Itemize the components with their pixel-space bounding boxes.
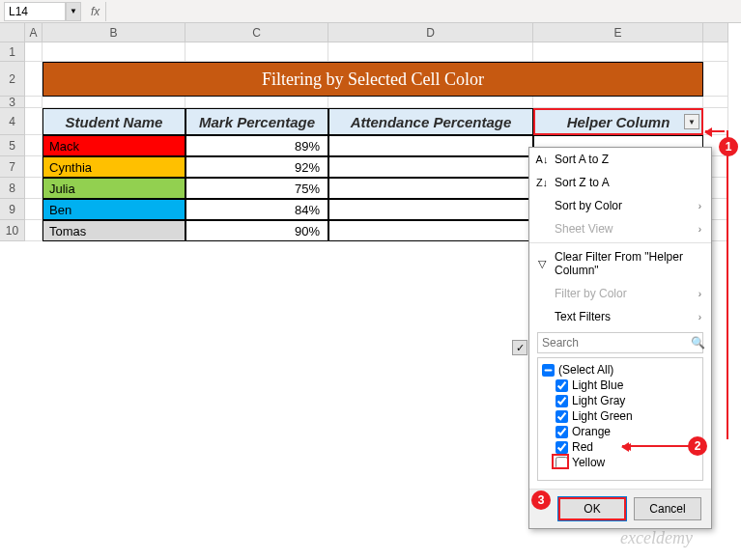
callout-2: 2 — [688, 436, 707, 456]
cell[interactable] — [25, 42, 43, 62]
row-header[interactable]: 9 — [0, 199, 25, 220]
cell-name[interactable]: Mack — [43, 135, 185, 156]
formula-bar: L14 ▼ fx — [0, 0, 741, 23]
cell[interactable] — [43, 42, 185, 62]
clear-filter-icon: ▽ — [535, 258, 549, 270]
cell[interactable] — [25, 220, 43, 241]
col-header-a[interactable]: A — [25, 23, 43, 42]
cell[interactable] — [25, 178, 43, 199]
cell[interactable] — [25, 108, 43, 135]
cell[interactable] — [533, 97, 703, 108]
filter-item-light-blue[interactable]: Light Blue — [542, 378, 698, 393]
clear-filter[interactable]: ▽Clear Filter From "Helper Column" — [529, 245, 711, 282]
sort-za[interactable]: Z↓Sort Z to A — [529, 171, 711, 194]
name-box-dropdown[interactable]: ▼ — [66, 2, 81, 21]
checkbox[interactable] — [556, 410, 568, 423]
row-header[interactable]: 5 — [0, 135, 25, 156]
filter-item-label: Red — [572, 440, 593, 454]
row-header[interactable]: 3 — [0, 97, 25, 108]
row-header[interactable]: 1 — [0, 42, 25, 62]
search-input[interactable] — [538, 336, 691, 350]
cell[interactable] — [703, 62, 728, 97]
filter-button[interactable]: ▼ — [684, 114, 699, 129]
filter-item-light-green[interactable]: Light Green — [542, 408, 698, 424]
cell[interactable] — [25, 97, 43, 108]
cell[interactable] — [328, 97, 533, 108]
cell-name[interactable]: Cynthia — [43, 156, 185, 178]
filter-item--select-all-[interactable]: (Select All) — [542, 362, 698, 378]
cell[interactable] — [185, 97, 328, 108]
cell[interactable] — [703, 42, 728, 62]
cell-mark[interactable]: 75% — [185, 178, 328, 199]
cell-mark[interactable]: 84% — [185, 199, 328, 220]
filter-search[interactable]: 🔍 — [537, 332, 703, 353]
filter-item-light-gray[interactable]: Light Gray — [542, 393, 698, 408]
filter-item-orange[interactable]: Orange — [542, 424, 698, 439]
cell-name[interactable]: Ben — [43, 199, 185, 220]
spreadsheet-grid: A B C D E — [0, 23, 741, 42]
checkbox[interactable] — [556, 395, 568, 407]
text-filters[interactable]: Text Filters› — [529, 305, 711, 328]
cell[interactable] — [703, 97, 728, 108]
cell-attendance[interactable] — [328, 199, 533, 220]
col-header-b[interactable]: B — [43, 23, 185, 42]
filter-item-label: Light Blue — [572, 378, 623, 392]
cell[interactable] — [25, 62, 43, 97]
filter-item-label: Light Gray — [572, 394, 625, 407]
cell-attendance[interactable] — [328, 178, 533, 199]
fx-icon[interactable]: fx — [91, 5, 100, 18]
header-helper[interactable]: Helper Column▼ — [533, 108, 703, 135]
row-header[interactable]: 8 — [0, 178, 25, 199]
col-header-c[interactable]: C — [185, 23, 328, 42]
cell-attendance[interactable] — [328, 156, 533, 178]
search-icon: 🔍 — [691, 336, 705, 350]
col-header-blank — [703, 23, 728, 42]
ok-button[interactable]: OK — [558, 497, 626, 520]
filter-dropdown: A↓Sort A to Z Z↓Sort Z to A Sort by Colo… — [528, 147, 712, 529]
checkbox[interactable] — [556, 426, 568, 438]
cell-attendance[interactable] — [328, 135, 533, 156]
row-header[interactable]: 2 — [0, 62, 25, 97]
cell-mark[interactable]: 92% — [185, 156, 328, 178]
filter-item-label: Light Green — [572, 409, 633, 423]
cell-name[interactable]: Tomas — [43, 220, 185, 241]
row-header[interactable]: 4 — [0, 108, 25, 135]
callout-3: 3 — [531, 490, 551, 510]
cell[interactable] — [43, 97, 185, 108]
filter-item-yellow[interactable]: Yellow — [542, 455, 698, 470]
cell-mark[interactable]: 90% — [185, 220, 328, 241]
filter-values-list[interactable]: (Select All)Light BlueLight GrayLight Gr… — [537, 357, 703, 481]
cell[interactable] — [25, 156, 43, 178]
checkbox[interactable] — [556, 441, 568, 454]
formula-input[interactable] — [105, 2, 741, 21]
cell[interactable] — [328, 42, 533, 62]
cell[interactable] — [25, 135, 43, 156]
header-mark[interactable]: Mark Percentage — [185, 108, 328, 135]
cell-name[interactable]: Julia — [43, 178, 185, 199]
row-header[interactable]: 7 — [0, 156, 25, 178]
checkbox[interactable] — [556, 379, 568, 392]
name-box[interactable]: L14 — [4, 2, 66, 21]
filter-item-label: Yellow — [572, 456, 605, 469]
row-header[interactable]: 10 — [0, 220, 25, 241]
sort-az[interactable]: A↓Sort A to Z — [529, 148, 711, 171]
sort-by-color[interactable]: Sort by Color› — [529, 194, 711, 217]
sort-za-icon: Z↓ — [535, 177, 549, 188]
confirm-check-icon[interactable]: ✓ — [512, 340, 527, 355]
cell[interactable] — [25, 199, 43, 220]
col-header-d[interactable]: D — [328, 23, 533, 42]
select-all-corner[interactable] — [0, 23, 25, 42]
cell-attendance[interactable] — [328, 220, 533, 241]
filter-item-label: (Select All) — [558, 363, 613, 377]
chevron-right-icon: › — [698, 312, 701, 322]
cell[interactable] — [533, 42, 703, 62]
header-name[interactable]: Student Name — [43, 108, 185, 135]
watermark: exceldemy — [620, 528, 693, 548]
cell-mark[interactable]: 89% — [185, 135, 328, 156]
title-cell[interactable]: Filtering by Selected Cell Color — [43, 62, 703, 97]
header-attendance[interactable]: Attendance Percentage — [328, 108, 533, 135]
cancel-button[interactable]: Cancel — [634, 497, 701, 520]
col-header-e[interactable]: E — [533, 23, 703, 42]
checkbox[interactable] — [542, 364, 555, 377]
cell[interactable] — [185, 42, 328, 62]
